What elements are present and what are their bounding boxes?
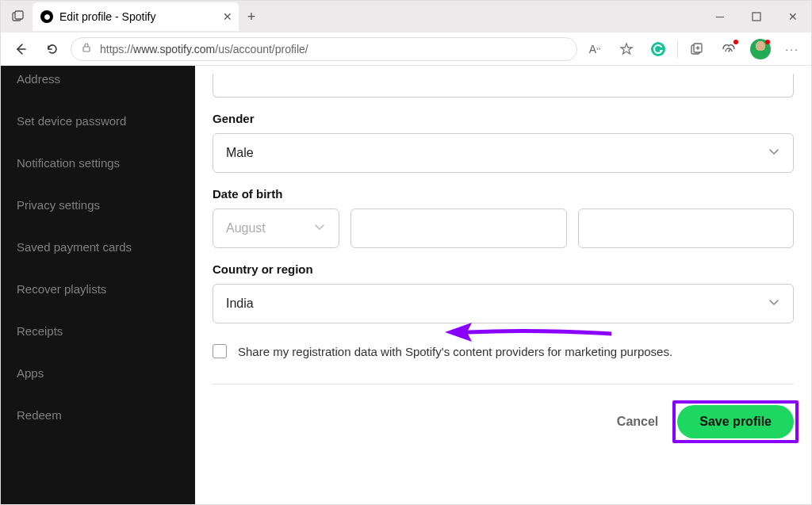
svg-rect-2 <box>753 13 760 21</box>
dob-month-value: August <box>226 221 266 235</box>
annotation-arrow <box>445 323 611 342</box>
dob-year-input[interactable] <box>578 209 795 248</box>
sidebar-item-redeem[interactable]: Redeem <box>1 394 195 436</box>
new-tab-button[interactable]: + <box>239 4 264 29</box>
performance-button[interactable] <box>716 36 741 62</box>
tab-strip: Edit profile - Spotify ✕ + ─ ✕ <box>1 1 811 33</box>
sidebar-item-label: Apps <box>17 366 44 380</box>
svg-rect-4 <box>83 47 90 52</box>
share-data-checkbox[interactable] <box>213 344 227 358</box>
save-profile-button[interactable]: Save profile <box>677 405 794 438</box>
svg-rect-1 <box>15 11 23 19</box>
sidebar-item-set-device-password[interactable]: Set device password <box>1 100 195 142</box>
divider <box>213 384 794 384</box>
sidebar-item-saved-payment-cards[interactable]: Saved payment cards <box>1 226 195 268</box>
sidebar-item-label: Redeem <box>17 408 62 422</box>
maximize-button[interactable] <box>738 1 775 33</box>
grammarly-icon[interactable] <box>645 36 671 62</box>
svg-line-10 <box>729 49 730 52</box>
svg-point-5 <box>651 42 665 56</box>
prev-field-partial[interactable] <box>213 74 794 98</box>
more-menu-button[interactable]: ··· <box>779 36 805 62</box>
profile-form: Gender Male Date of birth August Country… <box>195 66 811 504</box>
url-field[interactable]: https://www.spotify.com/us/account/profi… <box>71 37 577 61</box>
sidebar-item-recover-playlists[interactable]: Recover playlists <box>1 268 195 310</box>
sidebar-item-label: Saved payment cards <box>17 240 132 254</box>
url-text: https://www.spotify.com/us/account/profi… <box>100 43 308 55</box>
close-window-button[interactable]: ✕ <box>775 1 811 33</box>
country-label: Country or region <box>213 262 794 276</box>
profile-avatar[interactable] <box>748 36 773 62</box>
browser-tab[interactable]: Edit profile - Spotify ✕ <box>33 2 239 31</box>
sidebar-item-label: Receipts <box>17 324 63 338</box>
sidebar-item-receipts[interactable]: Receipts <box>1 310 195 352</box>
account-sidebar: Address Set device password Notification… <box>1 66 195 504</box>
sidebar-item-label: Notification settings <box>17 156 120 170</box>
annotation-highlight-save: Save profile <box>677 405 794 438</box>
dob-day-input[interactable] <box>350 209 567 248</box>
dob-month-select[interactable]: August <box>213 209 339 248</box>
gender-label: Gender <box>213 112 794 125</box>
sidebar-item-label: Set device password <box>17 114 126 128</box>
tab-title: Edit profile - Spotify <box>59 10 155 23</box>
chevron-down-icon <box>768 145 780 161</box>
country-select[interactable]: India <box>213 284 794 323</box>
sidebar-item-label: Recover playlists <box>17 282 106 296</box>
read-aloud-button[interactable]: A›› <box>582 36 607 62</box>
favorite-button[interactable] <box>614 36 639 62</box>
dob-label: Date of birth <box>213 187 794 201</box>
spotify-favicon <box>40 10 53 23</box>
cancel-button[interactable]: Cancel <box>609 408 666 435</box>
sidebar-item-label: Address <box>17 72 60 86</box>
chevron-down-icon <box>313 220 326 236</box>
address-bar: https://www.spotify.com/us/account/profi… <box>1 33 811 66</box>
sidebar-item-label: Privacy settings <box>17 198 100 212</box>
minimize-button[interactable]: ─ <box>702 1 738 33</box>
close-tab-button[interactable]: ✕ <box>223 10 232 23</box>
gender-value: Male <box>226 146 254 160</box>
sidebar-item-address[interactable]: Address <box>1 69 195 100</box>
tab-manager-button[interactable] <box>6 4 31 29</box>
sidebar-item-notification-settings[interactable]: Notification settings <box>1 142 195 184</box>
country-value: India <box>226 296 254 311</box>
collections-button[interactable] <box>684 36 710 62</box>
gender-select[interactable]: Male <box>213 133 794 173</box>
lock-icon <box>81 42 92 55</box>
sidebar-item-privacy-settings[interactable]: Privacy settings <box>1 184 195 226</box>
share-data-label: Share my registration data with Spotify'… <box>238 345 672 358</box>
refresh-button[interactable] <box>39 36 66 63</box>
chevron-down-icon <box>768 296 780 312</box>
sidebar-item-apps[interactable]: Apps <box>1 352 195 394</box>
back-button[interactable] <box>7 36 34 63</box>
